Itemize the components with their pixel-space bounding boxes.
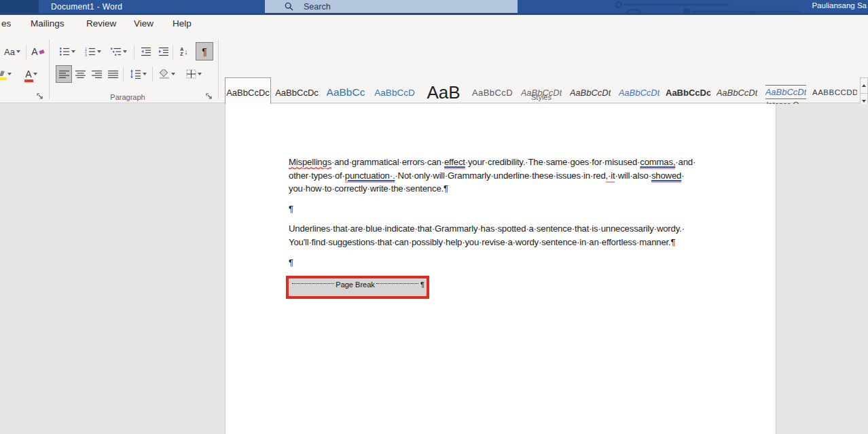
paragraph-group-label: Paragraph — [99, 93, 156, 101]
pilcrow-icon: ¶ — [202, 46, 207, 57]
document-area: Mispellings·and·grammatical·errors·can·e… — [0, 104, 868, 434]
multilevel-list-icon — [111, 47, 122, 56]
page-break-annotation: Page Break ¶ — [286, 276, 429, 299]
line-spacing-icon — [130, 69, 141, 79]
search-input[interactable]: Search — [265, 0, 518, 13]
style-preview: AaBbCcDc — [666, 78, 710, 107]
styles-group-label: Styles — [514, 93, 568, 101]
decrease-indent-button[interactable] — [138, 43, 154, 60]
change-case-label: Aa — [4, 47, 15, 57]
line-spacing-button[interactable] — [126, 65, 149, 83]
font-dialog-launcher[interactable] — [35, 92, 44, 101]
document-page[interactable]: Mispellings·and·grammatical·errors·can·e… — [225, 104, 776, 434]
numbering-button[interactable]: 123 — [83, 43, 103, 60]
align-right-button[interactable] — [88, 65, 105, 83]
style-preview: AaBbCcDt — [619, 78, 660, 107]
chevron-down-icon — [171, 73, 175, 75]
align-center-button[interactable] — [72, 65, 88, 83]
eraser-icon — [39, 49, 45, 55]
paint-bucket-icon — [159, 69, 170, 79]
tab-view[interactable]: View — [134, 18, 153, 29]
search-icon — [285, 2, 293, 11]
font-color-button[interactable]: A — [20, 65, 42, 83]
highlight-color-swatch — [0, 77, 7, 80]
multilevel-list-button[interactable] — [109, 43, 129, 60]
borders-button[interactable] — [182, 65, 205, 83]
page-break-leader-right — [376, 283, 418, 284]
style-preview: AaBbCcD — [374, 78, 414, 107]
chevron-down-icon — [33, 73, 37, 75]
dialog-launcher-icon — [37, 93, 43, 100]
increase-indent-icon — [158, 47, 169, 56]
justify-icon — [108, 70, 118, 79]
chevron-down-icon — [123, 50, 127, 53]
tab-review[interactable]: Review — [86, 18, 116, 29]
style-preview: AaB — [427, 78, 460, 107]
text-highlight-color-button[interactable] — [0, 65, 15, 83]
empty-paragraph-mark-1: ¶ — [289, 202, 293, 216]
style-preview: AaBbCcDt — [717, 78, 758, 107]
clear-formatting-button[interactable]: A — [29, 43, 47, 60]
chevron-down-icon — [143, 73, 147, 75]
font-color-letter: A — [25, 69, 31, 79]
search-placeholder: Search — [304, 2, 331, 12]
align-left-button[interactable] — [56, 65, 72, 83]
tab-help[interactable]: Help — [173, 18, 192, 29]
sort-letter-a: A — [180, 47, 183, 52]
chevron-down-icon — [16, 50, 20, 53]
account-name[interactable]: Pauliansang Sa — [812, 1, 867, 10]
borders-grid-icon — [186, 69, 196, 79]
paragraph-dialog-launcher[interactable] — [204, 92, 213, 101]
chevron-down-icon — [97, 50, 101, 53]
align-left-icon — [59, 70, 69, 79]
justify-button[interactable] — [105, 65, 121, 83]
paragraph-2: Underlines·that·are·blue·indicate·that·G… — [289, 222, 685, 249]
style-preview: AaBbCcD — [472, 78, 513, 107]
page-break-marker: Page Break ¶ — [289, 279, 427, 290]
dialog-launcher-icon — [206, 93, 213, 100]
empty-paragraph-mark-2: ¶ — [289, 256, 293, 270]
numbered-list-icon: 123 — [85, 47, 96, 56]
clear-formatting-letter: A — [31, 46, 37, 57]
page-break-pilcrow: ¶ — [420, 281, 424, 289]
align-right-icon — [92, 70, 102, 79]
ribbon-tabs: es MailingsReviewViewHelp — [0, 15, 868, 35]
change-case-button[interactable]: Aa — [1, 43, 23, 60]
font-color-swatch — [24, 79, 33, 82]
decrease-indent-icon — [141, 47, 151, 56]
style-preview: AaBbCcDt — [570, 78, 611, 107]
style-preview: AaBbCcDc — [275, 78, 319, 107]
sort-letter-z: Z — [180, 52, 183, 56]
style-preview: AaBbCcDt — [765, 85, 807, 99]
style-preview: AaBbCcDc — [226, 78, 270, 107]
sort-button[interactable]: AZ ↓ — [175, 43, 193, 60]
page-break-leader-left — [292, 283, 334, 284]
tab-mailings[interactable]: Mailings — [31, 18, 65, 29]
chevron-down-icon — [71, 50, 75, 53]
show-formatting-marks-toggle[interactable]: ¶ — [196, 42, 213, 60]
paragraph-1: Mispellings·and·grammatical·errors·can·e… — [289, 156, 695, 196]
sort-arrow-icon: ↓ — [184, 48, 188, 56]
word-window: Document1 - Word Search Pauliansang Sa e… — [0, 0, 868, 434]
shading-button[interactable] — [156, 65, 178, 83]
style-preview: AABBCCDD — [812, 78, 857, 107]
increase-indent-button[interactable] — [156, 43, 172, 60]
style-preview: AaBbCcDt — [521, 78, 562, 107]
align-center-icon — [75, 70, 86, 79]
chevron-down-icon — [198, 73, 202, 75]
bullet-list-icon — [59, 47, 70, 56]
style-preview: AaBbCc — [327, 78, 365, 107]
bullets-button[interactable] — [57, 43, 77, 60]
chevron-down-icon — [7, 73, 12, 75]
titlebar: Document1 - Word Search Pauliansang Sa — [0, 0, 868, 15]
ribbon: Aa A A — [0, 35, 868, 103]
tab-partial-references[interactable]: es — [1, 18, 11, 29]
page-break-label: Page Break — [336, 281, 374, 289]
styles-scroll-up-button[interactable] — [860, 77, 868, 94]
svg-text:3: 3 — [85, 53, 87, 57]
